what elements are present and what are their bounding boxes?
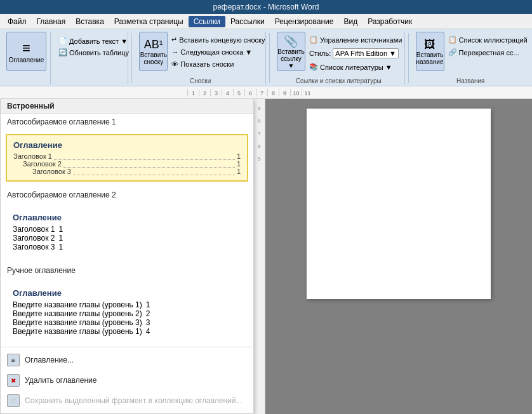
manual-toc-label: Ручное оглавление	[1, 264, 253, 277]
save-toc-action[interactable]: □ Сохранить выделенный фрагмент в коллек…	[1, 391, 253, 411]
toc-settings-action[interactable]: ≡ Оглавление...	[1, 350, 253, 370]
bibliography-button[interactable]: 📚 Список литературы ▼	[307, 62, 404, 72]
style-label-text: Стиль:	[309, 50, 331, 57]
bibliography-label: Список литературы ▼	[320, 63, 392, 71]
divider-1	[131, 33, 132, 83]
bibliography-icon: 📚	[309, 63, 318, 71]
ruler-mark-7: 7	[256, 89, 267, 97]
add-text-label: Добавить текст ▼	[69, 37, 128, 45]
manual-toc-entry-1: Введите название главы (уровень 2)2	[13, 309, 241, 318]
ribbon-citations-col: 📋 Управление источниками Стиль: APA Fift…	[307, 34, 404, 72]
doc-area	[265, 99, 532, 414]
cross-ref-button[interactable]: 🔗 Перекрестная сс...	[446, 47, 530, 58]
ruler-marks: 1 2 3 4 5 6 7 8 9 10 11	[187, 89, 313, 97]
caption-icon: 🖼	[424, 38, 436, 51]
style-dropdown[interactable]: APA Fifth Edition ▼	[333, 48, 399, 58]
citation-label: Вставитьссылку ▼	[277, 48, 304, 69]
section-divider	[1, 347, 253, 347]
ribbon-addtext-col: 📄 Добавить текст ▼ 🔄 Обновить таблицу	[56, 36, 124, 58]
side-ruler-7: 7	[258, 128, 260, 140]
divider-2	[269, 33, 270, 83]
ruler-mark-5: 5	[233, 89, 244, 97]
manual-toc-entry-0: Введите название главы (уровень 1)1	[13, 300, 241, 309]
save-toc-icon: □	[7, 394, 20, 407]
auto-toc2-entry-1: Заголовок 21	[13, 234, 241, 243]
citation-icon: 📎	[284, 34, 298, 48]
next-fn-icon: →	[171, 48, 178, 56]
next-fn-label: Следующая сноска ▼	[180, 48, 252, 56]
style-select-button[interactable]: Стиль: APA Fifth Edition ▼	[307, 47, 404, 60]
ribbon-group-citations-label: Ссылки и списки литературы	[277, 76, 401, 84]
auto-toc1-entry-0: Заголовок 11	[13, 152, 241, 160]
show-notes-icon: 👁	[171, 60, 178, 68]
ruler-mark-2: 2	[199, 89, 210, 97]
ribbon-group-citations: 📎 Вставитьссылку ▼ 📋 Управление источник…	[273, 32, 405, 84]
insert-endnote-button[interactable]: ↵ Вставить концевую сноску	[169, 34, 267, 45]
ruler-mark-11: 11	[302, 89, 313, 97]
auto-toc2-item[interactable]: Оглавление Заголовок 11 Заголовок 21 Заг…	[6, 207, 248, 257]
main-area: Встроенный Автособираемое оглавление 1 О…	[0, 99, 532, 414]
ruler: 1 2 3 4 5 6 7 8 9 10 11	[0, 86, 532, 99]
ribbon-footnotes-col: ↵ Вставить концевую сноску → Следующая с…	[169, 34, 267, 69]
footnote-label: Вставитьсноску	[140, 51, 167, 65]
cross-ref-label: Перекрестная сс...	[459, 49, 519, 57]
figure-list-label: Список иллюстраций	[459, 36, 528, 44]
menu-view[interactable]: Вид	[338, 16, 362, 27]
toc-icon: ≡	[22, 40, 30, 57]
ruler-mark-4: 4	[222, 89, 233, 97]
caption-label: Вставитьназвание	[416, 51, 444, 65]
remove-toc-label: Удалить оглавление	[25, 376, 96, 385]
menu-review[interactable]: Рецензирование	[270, 16, 339, 27]
manual-toc-title: Оглавление	[13, 288, 241, 298]
ribbon-group-footnotes-label: Сноски	[139, 76, 262, 84]
menu-file[interactable]: Файл	[3, 16, 32, 27]
add-text-icon: 📄	[58, 37, 67, 45]
figure-list-button[interactable]: 📋 Список иллюстраций	[446, 34, 530, 45]
ribbon-toc-buttons: ≡ Оглавление	[6, 32, 46, 83]
manage-sources-button[interactable]: 📋 Управление источниками	[307, 34, 404, 45]
insert-footnote-button[interactable]: AB¹ Вставитьсноску	[139, 32, 168, 71]
auto-toc1-item[interactable]: Оглавление Заголовок 11 Заголовок 21 Заг…	[6, 134, 248, 182]
update-icon: 🔄	[58, 48, 67, 57]
remove-toc-action[interactable]: ✖ Удалить оглавление	[1, 370, 253, 391]
menu-mailings[interactable]: Рассылки	[225, 16, 270, 27]
menu-insert[interactable]: Вставка	[70, 16, 109, 27]
manual-toc-item[interactable]: Оглавление Введите название главы (урове…	[6, 283, 248, 342]
ribbon-group-captions: 🖼 Вставитьназвание 📋 Список иллюстраций …	[412, 32, 530, 84]
ribbon-captions-buttons: 🖼 Вставитьназвание 📋 Список иллюстраций …	[416, 32, 526, 76]
menu-developer[interactable]: Разработчик	[362, 16, 417, 27]
auto-toc2-label: Автособираемое оглавление 2	[1, 188, 253, 202]
auto-toc2-entry-2: Заголовок 31	[13, 243, 241, 251]
toc-button[interactable]: ≡ Оглавление	[6, 32, 46, 71]
insert-caption-button[interactable]: 🖼 Вставитьназвание	[416, 32, 444, 71]
show-notes-label: Показать сноски	[180, 60, 234, 68]
save-toc-label: Сохранить выделенный фрагмент в коллекци…	[25, 396, 242, 405]
side-ruler-5: 5	[258, 153, 260, 166]
ribbon-group-addtext-label	[56, 83, 124, 84]
doc-page	[307, 109, 491, 299]
ribbon-footnotes-buttons: AB¹ Вставитьсноску ↵ Вставить концевую с…	[139, 32, 262, 76]
menu-references[interactable]: Ссылки	[189, 16, 225, 27]
remove-toc-icon: ✖	[7, 374, 20, 387]
show-notes-button[interactable]: 👁 Показать сноски	[169, 59, 267, 69]
update-table-button[interactable]: 🔄 Обновить таблицу	[56, 47, 124, 58]
endnote-icon: ↵	[171, 36, 177, 44]
ribbon-group-toc: ≡ Оглавление	[3, 32, 51, 84]
divider-3	[408, 33, 409, 83]
auto-toc1-entry-2: Заголовок 31	[13, 168, 241, 175]
ribbon-captions-col: 📋 Список иллюстраций 🔗 Перекрестная сс..…	[446, 34, 530, 58]
cross-ref-icon: 🔗	[448, 48, 457, 57]
insert-citation-button[interactable]: 📎 Вставитьссылку ▼	[277, 32, 305, 71]
add-text-button[interactable]: 📄 Добавить текст ▼	[56, 36, 124, 46]
ruler-mark-10: 10	[290, 89, 302, 97]
title-text: реферат.docx - Microsoft Word	[213, 3, 319, 11]
ribbon-citations-buttons: 📎 Вставитьссылку ▼ 📋 Управление источник…	[277, 32, 401, 76]
ruler-mark-8: 8	[267, 89, 279, 97]
auto-toc1-title: Оглавление	[13, 140, 241, 150]
menu-layout[interactable]: Разметка страницы	[109, 16, 189, 27]
sources-icon: 📋	[309, 36, 318, 44]
next-footnote-button[interactable]: → Следующая сноска ▼	[169, 47, 267, 57]
menu-home[interactable]: Главная	[32, 16, 71, 27]
manual-toc-section: Ручное оглавление Оглавление Введите наз…	[1, 262, 253, 342]
side-ruler-6: 6	[258, 140, 260, 153]
